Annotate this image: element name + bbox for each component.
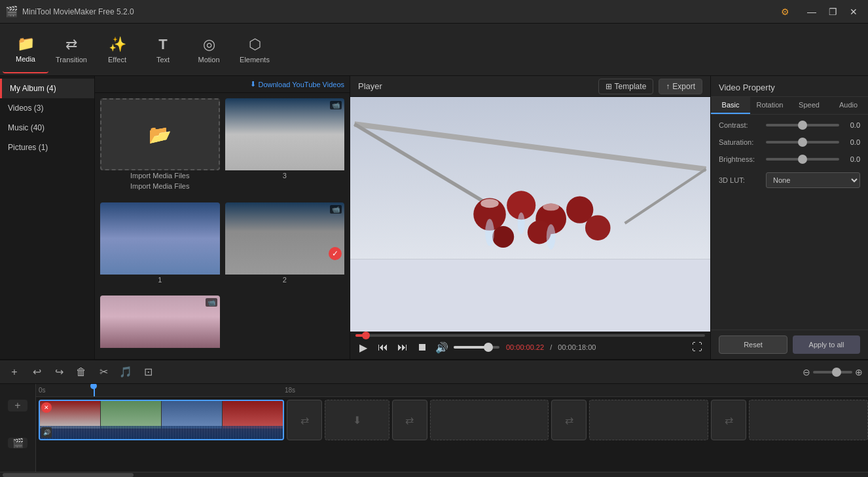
download-icon: ⬇ xyxy=(250,80,256,88)
video-clip-main[interactable]: 🔊 ✕ xyxy=(39,400,284,440)
undo-button[interactable]: ↩ xyxy=(27,363,46,381)
crop-button[interactable]: ⊡ xyxy=(139,363,157,381)
toolbar-item-text[interactable]: T Text xyxy=(140,26,186,73)
toolbar-item-motion[interactable]: ◎ Motion xyxy=(186,26,232,73)
media-content: ⬇ Download YouTube Videos 📂 Import Media… xyxy=(95,76,350,359)
contrast-slider[interactable] xyxy=(766,124,839,126)
transition-slot-3[interactable]: ⇄ xyxy=(551,400,587,440)
template-icon: ⊞ xyxy=(606,82,612,91)
import-media-item[interactable]: 📂 Import Media Files Import Media Files xyxy=(100,98,220,197)
tab-rotation[interactable]: Rotation xyxy=(750,97,789,114)
sidebar-item-my-album[interactable]: My Album (4) xyxy=(0,79,94,98)
svg-point-9 xyxy=(585,215,611,240)
toolbar-item-effect[interactable]: ✨ Effect xyxy=(94,26,140,73)
timeline-area: + ↩ ↪ 🗑 ✂ 🎵 ⊡ ⊖ ⊕ + 🎬 🎵 xyxy=(0,359,868,477)
media-thumb-2[interactable]: 📹 ✓ 2 xyxy=(225,202,345,291)
minimize-button[interactable]: — xyxy=(803,4,821,20)
transition-slot-2[interactable]: ⇄ xyxy=(392,400,427,440)
transition-slot-1[interactable]: ⇄ xyxy=(287,400,322,440)
empty-clip-slot-2[interactable] xyxy=(589,400,708,440)
elements-icon: ⬡ xyxy=(249,36,261,53)
redo-button[interactable]: ↪ xyxy=(50,363,68,381)
volume-thumb[interactable] xyxy=(484,343,493,352)
zoom-thumb[interactable] xyxy=(832,368,841,377)
right-panel: › Video Property Basic Rotation Speed Au… xyxy=(711,76,868,359)
sidebar-item-music[interactable]: Music (40) xyxy=(0,118,94,138)
zoom-slider[interactable] xyxy=(813,371,852,373)
player-header-actions: ⊞ Template ↑ Export xyxy=(598,79,702,94)
add-track-button[interactable]: + xyxy=(8,400,27,411)
transition-slot-4[interactable]: ⇄ xyxy=(711,400,746,440)
time-separator: / xyxy=(548,343,554,351)
toolbar-text-label: Text xyxy=(156,56,170,64)
progress-bar[interactable] xyxy=(355,334,705,337)
fullscreen-button[interactable]: ⛶ xyxy=(689,339,705,355)
settings-icon[interactable]: ⚙ xyxy=(781,7,789,17)
media-thumb-4[interactable]: 📹 xyxy=(100,296,220,354)
svg-point-13 xyxy=(543,203,559,210)
left-panel: My Album (4) Videos (3) Music (40) Pictu… xyxy=(0,76,350,359)
detach-audio-button[interactable]: 🎵 xyxy=(117,363,135,381)
scroll-thumb[interactable] xyxy=(3,473,134,477)
zoom-out-icon[interactable]: ⊖ xyxy=(803,367,810,377)
media-thumb-2-label: 2 xyxy=(225,275,345,285)
video-track-icon[interactable]: 🎬 xyxy=(8,438,27,448)
contrast-thumb[interactable] xyxy=(798,121,807,130)
saturation-value: 0.0 xyxy=(839,138,860,146)
split-button[interactable]: ✂ xyxy=(94,363,113,381)
saturation-thumb[interactable] xyxy=(798,138,807,147)
restore-button[interactable]: ❐ xyxy=(823,4,842,20)
sidebar-item-videos[interactable]: Videos (3) xyxy=(0,98,94,118)
window-controls: — ❐ ✕ xyxy=(803,4,863,20)
volume-slider[interactable] xyxy=(454,346,499,349)
export-button[interactable]: ↑ Export xyxy=(659,79,702,94)
zoom-in-icon[interactable]: ⊕ xyxy=(855,367,863,377)
toolbar-media-label: Media xyxy=(16,55,35,63)
apply-all-button[interactable]: Apply to all xyxy=(793,335,860,354)
empty-clip-slot-3[interactable] xyxy=(749,400,868,440)
brightness-slider[interactable] xyxy=(766,158,839,161)
tab-basic[interactable]: Basic xyxy=(711,97,750,114)
lut-select[interactable]: None xyxy=(766,172,860,188)
empty-clip-slot-1[interactable] xyxy=(430,400,549,440)
brightness-thumb[interactable] xyxy=(798,155,807,164)
motion-icon: ◎ xyxy=(203,36,215,53)
delete-button[interactable]: 🗑 xyxy=(72,363,90,381)
progress-thumb[interactable] xyxy=(362,332,370,339)
volume-button[interactable]: 🔊 xyxy=(434,339,450,355)
import-media-sublabel: Import Media Files xyxy=(100,181,220,191)
timeline-scrollbar[interactable] xyxy=(0,472,868,477)
saturation-slider[interactable] xyxy=(766,141,839,143)
brightness-value: 0.0 xyxy=(839,155,860,163)
toolbar-item-media[interactable]: 📁 Media xyxy=(3,26,48,73)
toolbar-item-elements[interactable]: ⬡ Elements xyxy=(232,26,278,73)
tab-audio[interactable]: Audio xyxy=(829,97,868,114)
timeline-tracks-header: + 🎬 🎵 xyxy=(0,384,36,472)
toolbar-item-transition[interactable]: ⇄ Transition xyxy=(48,26,94,73)
transition-icon: ⇄ xyxy=(65,36,77,53)
zoom-controls: ⊖ ⊕ xyxy=(803,367,863,377)
contrast-value: 0.0 xyxy=(839,121,860,129)
effect-icon: ✨ xyxy=(109,36,126,53)
download-slot-1[interactable]: ⬇ xyxy=(325,400,389,440)
download-youtube-button[interactable]: ⬇ Download YouTube Videos xyxy=(250,80,345,88)
sidebar-item-pictures[interactable]: Pictures (1) xyxy=(0,138,94,157)
next-button[interactable]: ⏭ xyxy=(395,339,410,355)
media-thumb-3[interactable]: 📹 3 xyxy=(225,98,345,197)
svg-point-11 xyxy=(492,226,514,248)
mute-clip-button[interactable]: 🔊 xyxy=(41,427,52,438)
play-button[interactable]: ▶ xyxy=(355,339,371,355)
timeline-playhead[interactable] xyxy=(94,384,95,396)
add-clip-button[interactable]: + xyxy=(5,363,24,381)
lut-label: 3D LUT: xyxy=(719,176,766,184)
close-button[interactable]: ✕ xyxy=(844,4,863,20)
reset-button[interactable]: Reset xyxy=(719,335,787,354)
saturation-slider-wrap xyxy=(766,141,839,143)
stop-button[interactable]: ⏹ xyxy=(414,339,430,355)
prev-button[interactable]: ⏮ xyxy=(375,339,391,355)
template-button[interactable]: ⊞ Template xyxy=(598,79,654,94)
lut-row: 3D LUT: None xyxy=(719,172,860,188)
app-icon: 🎬 xyxy=(5,5,18,18)
tab-speed[interactable]: Speed xyxy=(789,97,829,114)
media-thumb-1[interactable]: 1 xyxy=(100,202,220,291)
